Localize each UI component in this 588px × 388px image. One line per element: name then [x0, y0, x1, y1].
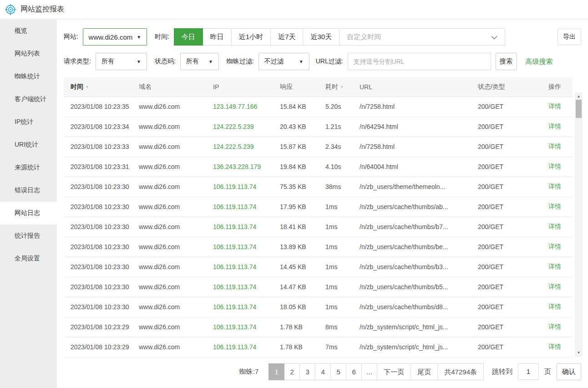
- sort-down-icon[interactable]: ▼: [340, 85, 344, 89]
- page-button-3[interactable]: 3: [299, 363, 315, 380]
- detail-link[interactable]: 详情: [548, 303, 561, 310]
- confirm-button[interactable]: 确认: [557, 363, 581, 380]
- last-page-button[interactable]: 尾页: [411, 363, 438, 380]
- time-button[interactable]: 近30天: [303, 28, 340, 46]
- cell-domain: www.di26.com: [139, 117, 213, 137]
- cell-size: 18.41 KB: [280, 217, 325, 237]
- cell-size: 13.89 KB: [280, 237, 325, 257]
- cell-url: /n/64294.html: [360, 117, 478, 137]
- detail-link[interactable]: 详情: [548, 283, 561, 290]
- detail-link[interactable]: 详情: [548, 123, 561, 130]
- custom-time-select[interactable]: 自定义时间: [339, 28, 505, 46]
- sidebar-item-5[interactable]: URI统计: [0, 133, 57, 156]
- table-row: 2023/01/08 10:23:29www.di26.com106.119.1…: [64, 337, 573, 357]
- caret-down-icon: ▼: [137, 35, 141, 40]
- url-filter-label: URL过滤:: [316, 57, 343, 66]
- time-button[interactable]: 今日: [174, 28, 203, 46]
- table-row: 2023/01/08 10:23:31www.di26.com136.243.2…: [64, 157, 573, 177]
- cell-time: 2023/01/08 10:23:31: [64, 157, 139, 177]
- request-type-select[interactable]: 所有 ▼: [96, 53, 147, 70]
- next-page-button[interactable]: 下一页: [377, 363, 411, 380]
- page-button-2[interactable]: 2: [284, 363, 300, 380]
- page-buttons: 123456...下一页尾页共47294条: [269, 363, 484, 380]
- filter-row-2: 请求类型: 所有 ▼ 状态码: 所有 ▼ 蜘蛛过滤: 不过滤 ▼ URL过滤: …: [64, 53, 581, 70]
- status-code-select[interactable]: 所有 ▼: [180, 53, 219, 70]
- cell-url: /n/zb_users/cache/thumbs/d8...: [360, 297, 478, 317]
- time-button[interactable]: 昨日: [203, 28, 232, 46]
- export-button[interactable]: 导出: [558, 29, 581, 45]
- detail-link[interactable]: 详情: [548, 223, 561, 230]
- spider-filter-label: 蜘蛛过滤:: [227, 57, 254, 66]
- cell-url: /n/7258.html: [360, 137, 478, 157]
- cell-duration: 1.21s: [325, 117, 360, 137]
- col-header-duration[interactable]: 耗时▼: [325, 77, 360, 97]
- detail-link[interactable]: 详情: [548, 203, 561, 210]
- sidebar-item-4[interactable]: IP统计: [0, 111, 57, 133]
- sidebar-item-2[interactable]: 蜘蛛统计: [0, 65, 57, 88]
- detail-link[interactable]: 详情: [548, 243, 561, 250]
- page-button-4[interactable]: 4: [315, 363, 331, 380]
- sidebar-item-9[interactable]: 统计报告: [0, 225, 57, 247]
- main-content: 网站: www.di26.com ▼ 时间: 今日昨日近1小时近7天近30天 自…: [57, 20, 588, 388]
- site-select-value: www.di26.com: [89, 33, 133, 41]
- detail-link[interactable]: 详情: [548, 263, 561, 270]
- cell-action: 详情: [548, 217, 573, 237]
- page-button-6[interactable]: 6: [346, 363, 362, 380]
- cell-action: 详情: [548, 137, 573, 157]
- cell-duration: 5.20s: [325, 97, 360, 117]
- cell-domain: www.di26.com: [139, 157, 213, 177]
- url-filter-input[interactable]: [348, 53, 491, 70]
- time-button[interactable]: 近7天: [270, 28, 303, 46]
- page-button-1[interactable]: 1: [269, 363, 284, 380]
- sidebar-item-1[interactable]: 网站列表: [0, 42, 57, 65]
- cell-size: 75.35 KB: [280, 177, 325, 197]
- sidebar-item-6[interactable]: 来源统计: [0, 156, 57, 179]
- cell-size: 15.87 KB: [280, 137, 325, 157]
- jump-page-input[interactable]: [518, 363, 539, 380]
- cell-status: 200/GET: [478, 317, 548, 337]
- caret-down-icon: ▼: [208, 59, 213, 64]
- sidebar-item-8[interactable]: 网站日志: [0, 202, 57, 225]
- cell-domain: www.di26.com: [139, 217, 213, 237]
- table-scrollbar[interactable]: ▲ ▼: [575, 92, 583, 357]
- scrollbar-thumb[interactable]: [576, 100, 582, 118]
- cell-size: 18.05 KB: [280, 297, 325, 317]
- cell-status: 200/GET: [478, 257, 548, 277]
- sidebar-item-3[interactable]: 客户端统计: [0, 88, 57, 111]
- request-type-value: 所有: [101, 57, 114, 66]
- page-ellipsis[interactable]: ...: [361, 363, 377, 380]
- detail-link[interactable]: 详情: [548, 343, 561, 350]
- cell-size: 20.43 KB: [280, 117, 325, 137]
- cell-domain: www.di26.com: [139, 297, 213, 317]
- cell-status: 200/GET: [478, 337, 548, 357]
- col-header-ip: IP: [213, 77, 280, 97]
- scroll-up-icon[interactable]: ▲: [575, 93, 583, 100]
- cell-ip: 136.243.228.179: [213, 157, 280, 177]
- detail-link[interactable]: 详情: [548, 143, 561, 150]
- cell-action: 详情: [548, 177, 573, 197]
- col-header-time[interactable]: 时间▼: [64, 77, 139, 97]
- detail-link[interactable]: 详情: [548, 163, 561, 170]
- sort-down-icon[interactable]: ▼: [85, 85, 89, 89]
- app-title: 网站监控报表: [20, 5, 64, 14]
- spider-filter-value: 不过滤: [264, 57, 284, 66]
- advanced-search-link[interactable]: 高级搜索: [526, 57, 553, 66]
- sidebar-item-7[interactable]: 错误日志: [0, 179, 57, 202]
- cell-duration: 1ms: [325, 197, 360, 217]
- page-button-5[interactable]: 5: [330, 363, 346, 380]
- scroll-down-icon[interactable]: ▼: [575, 350, 583, 356]
- spider-filter-select[interactable]: 不过滤 ▼: [259, 53, 309, 70]
- detail-link[interactable]: 详情: [548, 102, 561, 110]
- detail-link[interactable]: 详情: [548, 323, 561, 330]
- cell-action: 详情: [548, 197, 573, 217]
- col-header-url: URL: [360, 77, 478, 97]
- search-button[interactable]: 搜索: [496, 53, 517, 70]
- filter-row-1: 网站: www.di26.com ▼ 时间: 今日昨日近1小时近7天近30天 自…: [64, 28, 581, 46]
- caret-down-icon: ▼: [299, 59, 304, 64]
- time-button[interactable]: 近1小时: [231, 28, 271, 46]
- sidebar-item-10[interactable]: 全局设置: [0, 247, 57, 270]
- site-select[interactable]: www.di26.com ▼: [83, 28, 147, 46]
- sidebar-item-0[interactable]: 概览: [0, 20, 57, 42]
- detail-link[interactable]: 详情: [548, 183, 561, 190]
- cell-action: 详情: [548, 117, 573, 137]
